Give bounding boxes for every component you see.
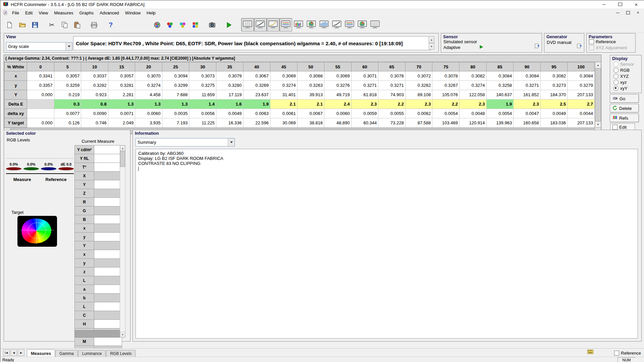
grid-cell[interactable]: 3.935 [135,118,162,128]
grid-cell[interactable]: 2.3 [514,100,541,109]
grid-cell[interactable]: 0.3073 [189,71,216,81]
close-icon[interactable]: × [628,0,644,8]
grid-cell[interactable]: 1.3 [135,100,162,109]
information-text[interactable]: Calibration by: ABG360Display: LG B2 ISF… [136,149,638,339]
grid-cell[interactable]: 0.0059 [351,109,378,118]
grid-cell[interactable]: 0.3084 [514,71,541,81]
information-dropdown[interactable]: Summary [136,138,235,146]
minimize-icon[interactable] [596,0,612,8]
delta-e-view-icon[interactable] [318,18,330,32]
grid-cell[interactable]: 0.3262 [405,81,432,90]
grid-cell[interactable]: 89.108 [405,90,432,100]
gamma-view-icon[interactable] [254,18,267,32]
grid-cell[interactable]: 2.1 [270,100,298,109]
measure-table-scrollbar[interactable]: ▲ ▼ [120,145,125,338]
grid-cell[interactable]: 0.0048 [460,109,487,118]
grid-cell[interactable]: 11.659 [189,90,216,100]
grid-cell[interactable]: 0.923 [81,90,108,100]
grid-cell[interactable]: 2.3 [405,100,432,109]
grid-cell[interactable]: 2.4 [324,100,352,109]
nearwhite-view-icon[interactable] [343,18,356,32]
cie-chart-view-icon[interactable] [305,18,318,32]
grid-cell[interactable]: 0.0049 [216,109,243,118]
grid-cell[interactable]: 0.3282 [81,81,108,90]
grid-cell[interactable]: 0.0063 [243,109,270,118]
grid-cell[interactable]: 0.3258 [486,81,514,90]
grid-cell[interactable]: 0.3076 [378,71,406,81]
grid-cell[interactable]: 0.000 [27,90,54,100]
grid-cell[interactable]: 0.3082 [540,71,568,81]
grid-cell[interactable]: 0.3 [54,100,81,109]
grid-cell[interactable]: 73.228 [378,118,406,128]
grid-cell[interactable]: 0.3057 [108,71,135,81]
grid-cell[interactable]: 0.3037 [81,71,108,81]
grid-cell[interactable]: 0.3084 [568,71,595,81]
save-file-icon[interactable] [29,18,41,32]
luminance-view-icon[interactable] [267,18,279,32]
grid-cell[interactable]: 0.746 [81,118,108,128]
grid-cell[interactable]: 0.126 [54,118,81,128]
menu-window[interactable]: Window [122,8,144,17]
xyz-adjustment-checkbox[interactable]: XYZ Adjustment [589,45,627,50]
grid-cell[interactable]: 0.3267 [432,81,460,90]
scroll-down-icon[interactable]: ▼ [595,121,601,128]
grid-cell[interactable]: 1.3 [162,100,189,109]
menu-edit[interactable]: Edit [22,8,36,17]
spinner-down-icon[interactable]: ▼ [429,43,434,50]
grid-cell[interactable]: 0.3078 [432,71,460,81]
reference-checkbox[interactable]: Reference [589,39,616,44]
keyboard-icon[interactable] [587,349,593,355]
spinner-up-icon[interactable]: ▲ [429,36,434,43]
tab-gamma[interactable]: Gamma [55,350,78,357]
document-icon[interactable] [3,10,8,15]
grid-cell[interactable]: 30.069 [270,118,298,128]
grid-cell[interactable]: 0.0060 [135,109,162,118]
print-icon[interactable] [88,18,100,32]
grid-cell[interactable]: 1.3 [108,100,135,109]
grid-cell[interactable]: 0.0056 [189,109,216,118]
grid-cell[interactable]: 0.0049 [540,109,568,118]
grid-cell[interactable]: 0.0054 [432,109,460,118]
scroll-up-icon[interactable]: ▲ [595,62,601,68]
scroll-up-icon[interactable]: ▲ [120,145,125,151]
grid-cell[interactable]: 183.036 [540,118,568,128]
grid-cell[interactable]: 184.370 [540,90,568,100]
grid-cell[interactable]: 2.7 [568,100,595,109]
grid-cell[interactable]: 23.637 [243,90,270,100]
grid-cell[interactable]: 0.3275 [189,81,216,90]
new-document-icon[interactable] [3,18,16,32]
grid-cell[interactable]: 2.2 [432,100,460,109]
grid-cell[interactable] [27,109,54,118]
grid-cell[interactable]: 0.3094 [162,71,189,81]
grid-cell[interactable]: 120.914 [460,118,487,128]
grid-cell[interactable]: 0.0047 [514,109,541,118]
copy-icon[interactable] [58,18,71,32]
tab-luminance[interactable]: Luminance [78,350,106,357]
view-type-dropdown[interactable]: Gray scale [6,42,72,51]
grid-cell[interactable]: 0.3279 [568,81,595,90]
grid-cell[interactable]: 49.719 [324,90,352,100]
grid-cell[interactable]: 39.913 [297,90,324,100]
grayscale-colors-measure-icon[interactable] [189,18,202,32]
grid-cell[interactable]: 0.3276 [324,81,352,90]
grid-cell[interactable]: 0.000 [27,118,54,128]
mdi-restore-icon[interactable] [624,9,632,16]
grid-cell[interactable]: 2.1 [297,100,324,109]
grid-cell[interactable]: 87.588 [405,118,432,128]
paste-icon[interactable] [71,18,84,32]
grid-cell[interactable]: 7.688 [162,90,189,100]
grid-cell[interactable]: 0.3084 [486,71,514,81]
nearblack-view-icon[interactable] [330,18,343,32]
grid-cell[interactable]: 2.5 [540,100,568,109]
help-icon[interactable]: ? [104,18,117,32]
menu-advanced[interactable]: Advanced [97,8,122,17]
grid-cell[interactable]: 0.0090 [81,109,108,118]
grid-cell[interactable]: 0.0060 [324,109,352,118]
grid-cell[interactable]: 0.219 [54,90,81,100]
menu-view[interactable]: View [36,8,51,17]
grid-cell[interactable]: 0.3069 [270,71,298,81]
maximize-icon[interactable] [612,0,628,8]
tab-rgb-levels[interactable]: RGB Levels [106,350,136,357]
grid-cell[interactable]: 161.852 [514,90,541,100]
grid-cell[interactable]: 1.9 [243,100,270,109]
